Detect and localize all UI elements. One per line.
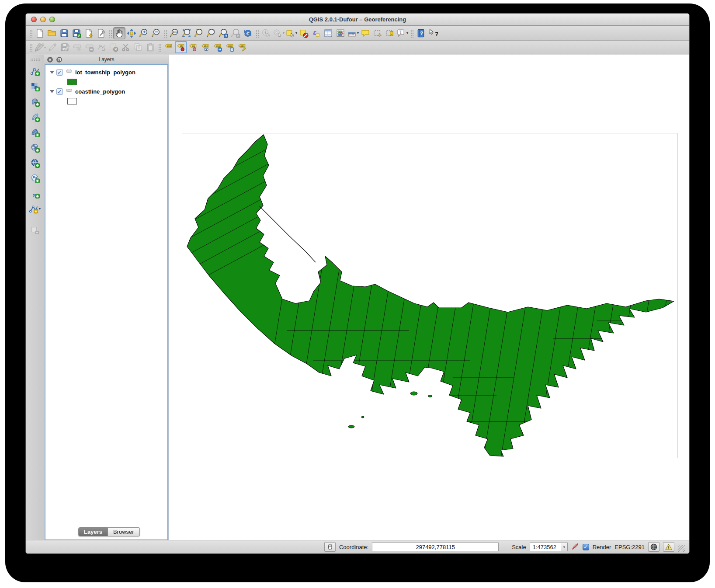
zoom-full-icon (182, 28, 191, 38)
zoom-in-button[interactable] (138, 27, 150, 39)
zoom-next-button (229, 27, 242, 39)
move-label-button[interactable]: abc (212, 41, 224, 53)
expand-arrow-icon[interactable] (50, 90, 54, 93)
layer-labeling-options-button[interactable]: abc (163, 41, 175, 53)
new-print-composer-button[interactable] (83, 27, 95, 39)
add-postgis-layer-button[interactable] (29, 95, 41, 108)
map-canvas[interactable] (169, 55, 689, 540)
add-wfs-layer-button[interactable] (29, 171, 41, 185)
map-tips-button[interactable] (359, 27, 371, 39)
measure-button[interactable]: ▾ (347, 27, 359, 39)
svg-text:1:1: 1:1 (173, 31, 177, 33)
layer-row-lot-township[interactable]: ✓ lot_township_polygon (47, 67, 166, 77)
manage-layers-toolbar: ,▾ (26, 55, 44, 540)
layer-name[interactable]: lot_township_polygon (75, 69, 135, 76)
toolbar-handle (30, 58, 40, 62)
composer-manager-button[interactable] (95, 27, 107, 39)
scale-combo[interactable]: 1:473562 ▾ (530, 543, 568, 551)
mouse-position-toggle-button[interactable] (324, 542, 336, 552)
show-bookmarks-button[interactable] (384, 27, 396, 39)
copy-features-button (132, 41, 144, 53)
toolbar-separator (163, 29, 167, 38)
pan-map-button[interactable] (113, 27, 125, 39)
coordinate-input[interactable] (372, 543, 499, 551)
svg-text:?: ? (420, 30, 423, 36)
field-calculator-button[interactable] (334, 27, 347, 39)
deselect-features-button[interactable] (298, 27, 310, 39)
dropdown-arrow-icon[interactable]: ▾ (39, 207, 41, 211)
render-checkbox[interactable]: ✓ (583, 544, 589, 550)
zoom-to-layer-button[interactable] (205, 27, 217, 39)
coastline-swatch[interactable] (67, 98, 77, 104)
add-vector-layer-button[interactable] (29, 64, 41, 78)
toolbar-handle (29, 43, 32, 52)
whats-this-button[interactable]: ? (427, 27, 439, 39)
add-spatialite-layer-button[interactable] (29, 110, 41, 124)
zoom-full-extent-button[interactable] (180, 27, 193, 39)
tab-layers[interactable]: Layers (78, 527, 108, 536)
floppy-icon (59, 28, 69, 38)
zoom-actual-size-button[interactable]: 1:1 (168, 27, 180, 39)
svg-text:abc: abc (167, 45, 171, 47)
save-project-button[interactable] (58, 27, 70, 39)
open-project-button[interactable] (46, 27, 58, 39)
layer-tree[interactable]: ✓ lot_township_polygon ✓ coastline_polyg… (45, 64, 168, 540)
dropdown-arrow-icon[interactable]: ▾ (357, 31, 359, 35)
text-annotation-button[interactable]: T▾ (396, 27, 409, 39)
titlebar[interactable]: QGIS 2.0.1-Dufour – Georeferencing (26, 14, 689, 26)
pin-unpin-labels-button[interactable]: ab (175, 41, 187, 53)
dropdown-arrow-icon[interactable]: ▾ (44, 45, 46, 49)
add-wms-layer-button[interactable] (29, 141, 41, 154)
delimited-text-icon: , (30, 189, 40, 198)
select-by-expression-button[interactable]: ε (310, 27, 322, 39)
messages-log-button[interactable] (663, 542, 674, 552)
add-mssql-layer-button[interactable] (29, 125, 41, 139)
show-hidden-labels-button[interactable]: abc (199, 41, 212, 53)
save-project-as-button[interactable] (70, 27, 83, 39)
expand-arrow-icon[interactable] (50, 71, 54, 74)
layer-name[interactable]: coastline_polygon (75, 88, 125, 95)
polygon-layer-icon (65, 67, 73, 77)
change-label-button[interactable]: abc (236, 41, 248, 53)
refresh-map-button[interactable] (242, 27, 254, 39)
open-attribute-table-button[interactable] (322, 27, 334, 39)
help-contents-button[interactable]: ? (415, 27, 427, 39)
zoom-last-button[interactable] (217, 27, 229, 39)
highlight-pinned-labels-button[interactable]: ab (187, 41, 199, 53)
select-features-button[interactable]: ▾ (285, 27, 298, 39)
coordinate-label: Coordinate: (339, 544, 368, 550)
remove-layer-icon (30, 226, 40, 235)
dropdown-arrow-icon[interactable]: ▾ (406, 31, 408, 35)
tab-browser[interactable]: Browser (108, 527, 140, 536)
toolbar-separator (255, 29, 259, 38)
floppy-edit-icon (72, 28, 81, 38)
layer-visibility-checkbox[interactable]: ✓ (56, 69, 63, 76)
crs-status-button[interactable] (648, 542, 659, 552)
new-bookmark-button[interactable] (371, 27, 384, 39)
layer-visibility-checkbox[interactable]: ✓ (56, 88, 63, 95)
stop-render-icon[interactable] (571, 543, 579, 552)
rotate-label-button[interactable]: abc (224, 41, 236, 53)
pan-to-selection-button[interactable] (125, 27, 138, 39)
layer-row-coastline[interactable]: ✓ coastline_polygon (47, 87, 166, 96)
lot-township-swatch[interactable] (67, 79, 77, 85)
add-wcs-layer-button[interactable] (29, 156, 41, 170)
zoom-out-icon (151, 28, 161, 38)
zoom-selection-icon (194, 28, 204, 38)
scale-dropdown-arrow[interactable]: ▾ (561, 543, 567, 551)
move-feature-button (83, 41, 95, 53)
dropdown-arrow-icon[interactable]: ▾ (295, 31, 297, 35)
label-eye-icon: abc (201, 42, 210, 52)
add-delimited-text-layer-button[interactable]: , (29, 187, 41, 200)
layers-panel-header: Layers (44, 55, 169, 64)
new-project-button[interactable] (34, 27, 46, 39)
zoom-to-selection-button[interactable] (193, 27, 205, 39)
dropdown-arrow-icon[interactable]: ▾ (283, 31, 285, 35)
svg-text:abc: abc (204, 45, 208, 47)
polygon-layer-icon (65, 87, 73, 94)
toolbar-separator (108, 29, 112, 38)
zoom-out-button[interactable] (150, 27, 162, 39)
add-raster-layer-button[interactable] (29, 80, 41, 93)
window-resize-grip[interactable] (678, 545, 685, 552)
new-shapefile-layer-button[interactable]: ▾ (28, 202, 41, 216)
